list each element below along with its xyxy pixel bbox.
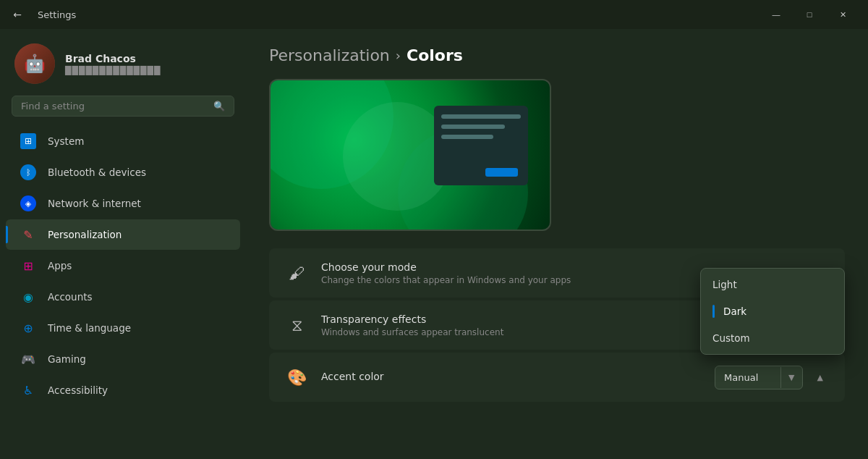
accent-color-control: Manual ▼ ▲ xyxy=(715,366,830,389)
close-button[interactable]: ✕ xyxy=(826,3,859,26)
preview-container xyxy=(269,79,551,231)
preview-wallpaper xyxy=(271,80,550,230)
breadcrumb: Personalization › Colors xyxy=(269,46,845,64)
search-input[interactable] xyxy=(21,101,208,111)
main-layout: 🤖 Brad Chacos ██████████████ 🔍 ⊞ System … xyxy=(0,29,868,459)
bluetooth-icon: ᛒ xyxy=(20,164,36,180)
breadcrumb-separator: › xyxy=(396,48,401,63)
user-name: Brad Chacos xyxy=(65,53,161,64)
search-container: 🔍 xyxy=(0,96,246,125)
preview-line-1 xyxy=(441,114,521,119)
transparency-label: Transparency effects xyxy=(321,313,765,325)
content-area: Personalization › Colors 🖌 Choo xyxy=(246,29,868,459)
gaming-icon: 🎮 xyxy=(20,351,36,367)
preview-window xyxy=(434,106,528,185)
sidebar-item-apps[interactable]: ⊞ Apps xyxy=(6,250,240,281)
accent-color-icon: 🎨 xyxy=(284,369,310,387)
mode-option-light[interactable]: Light xyxy=(701,271,844,298)
user-info: Brad Chacos ██████████████ xyxy=(65,53,161,75)
sidebar-item-label: Network & internet xyxy=(48,198,141,209)
sidebar-item-accounts[interactable]: ◉ Accounts xyxy=(6,282,240,312)
accent-color-text: Accent color xyxy=(321,371,703,384)
minimize-button[interactable]: — xyxy=(760,3,793,26)
sidebar-item-label: Time & language xyxy=(48,322,131,334)
maximize-button[interactable]: □ xyxy=(793,3,826,26)
dropdown-value: Manual xyxy=(715,366,780,389)
breadcrumb-parent[interactable]: Personalization xyxy=(269,46,390,64)
sidebar-item-personalization[interactable]: ✎ Personalization xyxy=(6,219,240,250)
breadcrumb-current: Colors xyxy=(407,46,463,64)
accent-color-label: Accent color xyxy=(321,371,703,382)
sidebar-item-gaming[interactable]: 🎮 Gaming xyxy=(6,344,240,374)
accent-color-dropdown[interactable]: Manual ▼ xyxy=(715,366,802,389)
time-icon: ⊕ xyxy=(20,320,36,336)
sidebar-item-label: Accounts xyxy=(48,291,93,303)
window-controls: — □ ✕ xyxy=(760,3,859,26)
apps-icon: ⊞ xyxy=(20,258,36,274)
avatar: 🤖 xyxy=(14,43,55,84)
accessibility-icon: ♿ xyxy=(20,382,36,398)
preview-line-2 xyxy=(441,125,505,129)
dropdown-expand-icon[interactable]: ▲ xyxy=(810,367,830,388)
dropdown-caret-icon[interactable]: ▼ xyxy=(780,367,801,388)
app-title: Settings xyxy=(38,9,76,20)
system-icon: ⊞ xyxy=(20,133,36,149)
sidebar-item-label: Apps xyxy=(48,260,72,271)
sidebar-item-label: Accessibility xyxy=(48,384,108,396)
choose-mode-icon: 🖌 xyxy=(284,264,310,282)
accent-color-setting[interactable]: 🎨 Accent color Manual ▼ ▲ xyxy=(269,353,845,402)
search-icon: 🔍 xyxy=(213,101,225,111)
sidebar-item-network[interactable]: ◈ Network & internet xyxy=(6,188,240,219)
network-icon: ◈ xyxy=(20,195,36,211)
accounts-icon: ◉ xyxy=(20,289,36,305)
sidebar-nav: ⊞ System ᛒ Bluetooth & devices ◈ Network… xyxy=(0,125,246,406)
transparency-icon: ⧖ xyxy=(284,316,310,334)
mode-option-dark[interactable]: Dark xyxy=(701,298,844,325)
sidebar-item-system[interactable]: ⊞ System xyxy=(6,126,240,156)
sidebar-item-accessibility[interactable]: ♿ Accessibility xyxy=(6,375,240,405)
preview-button xyxy=(485,168,518,177)
sidebar-item-label: Gaming xyxy=(48,353,86,365)
titlebar: ← Settings — □ ✕ xyxy=(0,0,868,29)
user-profile[interactable]: 🤖 Brad Chacos ██████████████ xyxy=(0,29,246,96)
transparency-text: Transparency effects Windows and surface… xyxy=(321,313,765,337)
sidebar-item-label: Bluetooth & devices xyxy=(48,167,146,178)
sidebar-item-time[interactable]: ⊕ Time & language xyxy=(6,313,240,343)
user-email: ██████████████ xyxy=(65,66,161,75)
transparency-desc: Windows and surfaces appear translucent xyxy=(321,327,765,337)
sidebar-item-bluetooth[interactable]: ᛒ Bluetooth & devices xyxy=(6,157,240,188)
sidebar-item-label: Personalization xyxy=(48,229,122,240)
sidebar: 🤖 Brad Chacos ██████████████ 🔍 ⊞ System … xyxy=(0,29,246,459)
personalization-icon: ✎ xyxy=(20,227,36,243)
avatar-image: 🤖 xyxy=(14,43,55,84)
mode-dropdown: Light Dark Custom xyxy=(700,268,845,355)
sidebar-item-label: System xyxy=(48,135,84,147)
preview-line-3 xyxy=(441,135,493,139)
mode-option-custom[interactable]: Custom xyxy=(701,325,844,351)
search-box[interactable]: 🔍 xyxy=(12,96,234,117)
back-button[interactable]: ← xyxy=(9,6,26,23)
